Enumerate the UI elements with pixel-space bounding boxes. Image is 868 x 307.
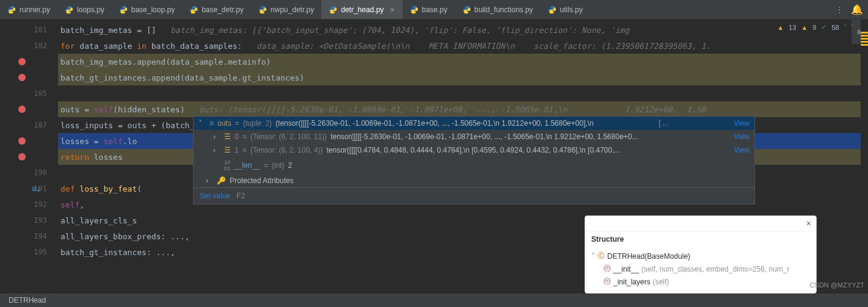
code-line[interactable] [58, 85, 861, 101]
code-line[interactable]: batch_gt_instances.append(data_sample.gt… [58, 70, 861, 85]
chevron-down-icon[interactable]: ˅ [199, 119, 206, 128]
mark[interactable] [861, 41, 868, 43]
equals: = [235, 119, 239, 128]
tab-base[interactable]: base.py [403, 0, 455, 19]
mark[interactable] [861, 44, 868, 46]
var-type: {Tensor: (6, 2, 100, 4)} [250, 146, 323, 154]
debug-row[interactable]: › ☰ 0 = {Tensor: (6, 2, 100, 11)} tensor… [194, 130, 754, 143]
debug-variable-popup: ˅ ≡ outs = {tuple: 2} (tensor([[[[-5.263… [193, 116, 755, 204]
view-link[interactable]: View [734, 132, 749, 141]
bell-icon[interactable]: 🔔 [851, 4, 863, 15]
gutter[interactable]: 181 182 185 187 💡 190 191⊙↓ 192 193 194 … [0, 20, 58, 294]
close-icon[interactable]: × [390, 5, 395, 15]
array-icon: ☰ [224, 132, 231, 141]
equals: = [243, 146, 247, 154]
breakpoint-icon[interactable] [18, 74, 26, 81]
code-line[interactable]: outs = self(hidden_states) outs: (tensor… [58, 101, 861, 117]
chevron-right-icon[interactable]: › [213, 146, 221, 154]
warning-icon: ▲ [777, 24, 784, 31]
breakpoint-icon[interactable] [18, 137, 26, 145]
code-line[interactable]: batch_img_metas = [] batch_img_metas: [{… [58, 22, 861, 38]
var-value: tensor([[[[0.4784, 0.4848, 0.4444, 0.478… [326, 146, 620, 154]
inspection-status[interactable]: ▲13 ▲9 ✓58 ˆ ˇ [777, 23, 853, 31]
close-icon[interactable]: × [806, 219, 811, 228]
chevron-down-icon[interactable]: ˅ [591, 252, 595, 261]
mark[interactable] [861, 35, 868, 37]
override-icon[interactable]: ⊙↓ [32, 184, 42, 193]
chevron-right-icon[interactable]: › [206, 176, 213, 185]
array-icon: ☰ [224, 146, 231, 154]
error-stripe[interactable] [861, 20, 868, 294]
line-number: 190 [34, 168, 47, 177]
method-icon: ⓜ [604, 276, 611, 287]
breakpoint-icon[interactable] [18, 58, 26, 65]
tab-label: detr_head.py [341, 5, 384, 14]
var-value: (tensor([[[[-5.2630e-01, -1.0069e-01, -1… [275, 119, 594, 128]
ok-icon: ✓ [821, 23, 826, 31]
var-type: {tuple: 2} [243, 119, 272, 128]
tab-label: utils.py [560, 5, 583, 14]
var-type: {Tensor: (6, 2, 100, 11)} [250, 132, 327, 141]
structure-method-row[interactable]: ⓜ __init__(self, num_classes, embed_dims… [591, 262, 810, 275]
weak-warning-count: 9 [812, 24, 816, 31]
chevron-right-icon[interactable]: › [213, 132, 221, 141]
line-number: 193 [34, 216, 47, 225]
ellipsis: [ ... [658, 119, 669, 128]
tab-base-loop[interactable]: base_loop.py [112, 0, 182, 19]
panel-title: Structure [585, 231, 816, 247]
structure-method-row[interactable]: ⓜ _init_layers(self) [591, 275, 810, 288]
structure-class-row[interactable]: ˅ Ⓒ DETRHead(BaseModule) [591, 250, 810, 262]
weak-warning-icon: ▲ [801, 24, 808, 31]
breadcrumb[interactable]: DETRHead [9, 296, 46, 305]
python-icon [189, 5, 198, 14]
chevron-up-icon[interactable]: ˆ [844, 24, 847, 31]
debug-row[interactable]: › ☰ 1 = {Tensor: (6, 2, 100, 4)} tensor(… [194, 143, 754, 157]
watermark: CSDN @MZYYZT [810, 281, 864, 289]
debug-row[interactable]: 1001 __len__ = {int} 2 [194, 157, 754, 174]
python-icon [119, 5, 128, 14]
python-icon [548, 5, 556, 14]
var-index: 1 [235, 146, 239, 154]
line-number: 195 [34, 248, 47, 256]
tab-loops[interactable]: loops.py [57, 0, 112, 19]
structure-tree: ˅ Ⓒ DETRHead(BaseModule) ⓜ __init__(self… [585, 247, 816, 293]
tab-build-functions[interactable]: build_functions.py [455, 0, 541, 19]
line-number: 192 [34, 200, 47, 209]
chevron-down-icon[interactable]: ˇ [851, 24, 853, 31]
debug-row[interactable]: ˅ ≡ outs = {tuple: 2} (tensor([[[[-5.263… [194, 117, 754, 130]
tab-label: base.py [422, 5, 448, 14]
line-number: 182 [34, 42, 47, 50]
warning-count: 13 [789, 24, 796, 31]
tab-runner[interactable]: runner.py [0, 0, 57, 19]
tab-label: loops.py [77, 5, 104, 14]
method-icon: ⓜ [604, 264, 611, 274]
python-icon [65, 5, 73, 14]
class-icon: Ⓒ [597, 251, 605, 261]
view-link[interactable]: View [734, 119, 749, 128]
set-value-link[interactable]: Set value [200, 192, 230, 200]
line-number: 194 [34, 232, 47, 240]
tab-detr-head[interactable]: detr_head.py× [321, 0, 402, 19]
editor-tabs: runner.py loops.py base_loop.py base_det… [0, 0, 868, 20]
mark[interactable] [861, 38, 868, 40]
code-line[interactable]: for data_sample in batch_data_samples: d… [58, 38, 861, 54]
class-name: DETRHead(BaseModule) [607, 252, 690, 261]
var-type: {int} [272, 161, 285, 170]
tab-base-detr[interactable]: base_detr.py [182, 0, 251, 19]
tab-utils[interactable]: utils.py [541, 0, 590, 19]
breakpoint-icon[interactable] [18, 153, 26, 161]
var-group: Protected Attributes [230, 176, 294, 185]
breakpoint-icon[interactable] [18, 106, 26, 113]
binary-icon: 1001 [224, 159, 230, 172]
method-params: (self, num_classes, embed_dims=256, num_… [641, 265, 789, 273]
code-line[interactable]: batch_img_metas.append(data_sample.metai… [58, 54, 861, 70]
debug-row[interactable]: › 🔑 Protected Attributes [194, 174, 754, 187]
line-number: 187 [34, 121, 47, 129]
ok-count: 58 [831, 24, 839, 31]
var-value: 2 [288, 161, 292, 170]
more-icon[interactable]: ⋮ [836, 5, 844, 14]
list-icon: ≡ [210, 119, 214, 128]
mark[interactable] [861, 32, 868, 34]
tab-nwpu-detr[interactable]: nwpu_detr.py [251, 0, 321, 19]
view-link[interactable]: View [734, 146, 749, 154]
